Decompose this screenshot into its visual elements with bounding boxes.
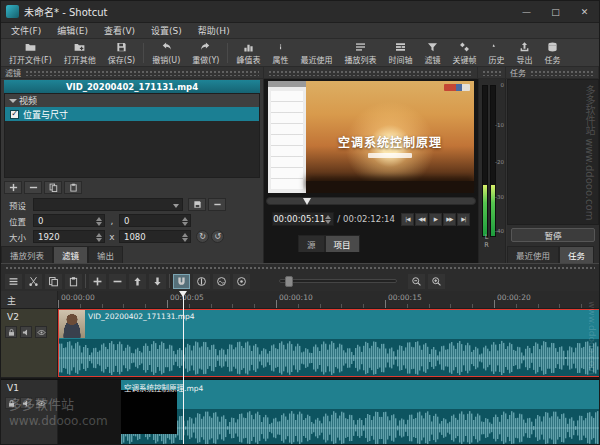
meter-dock-titlebar[interactable]	[478, 67, 506, 79]
spinner-arrows[interactable]	[96, 233, 102, 242]
menu-view[interactable]: 查看(V)	[96, 22, 143, 39]
master-track-label[interactable]: 主	[7, 294, 16, 307]
size-height-field[interactable]: 1080	[119, 230, 191, 243]
track-v1-lock-toggle[interactable]	[5, 397, 17, 409]
tab-filters[interactable]: 滤镜	[53, 246, 88, 263]
close-button[interactable]: ✕	[570, 1, 599, 22]
recent-button[interactable]: 最近使用	[294, 40, 338, 66]
save-preset-button[interactable]	[188, 198, 206, 211]
spinner-arrows[interactable]	[96, 217, 102, 226]
filters-button[interactable]: 滤镜	[418, 40, 446, 66]
track-v1-mute-toggle[interactable]	[20, 397, 32, 409]
filter-checkbox[interactable]: ✓	[10, 110, 19, 119]
zoom-slider-handle[interactable]	[285, 276, 293, 287]
paste-button[interactable]	[65, 274, 82, 289]
tab-recent[interactable]: 最近使用	[507, 246, 559, 263]
position-y-field[interactable]: 0	[119, 214, 191, 227]
redo-button[interactable]: 重做(Y)	[186, 40, 225, 66]
spinner-arrows[interactable]	[325, 215, 331, 224]
clip-v2[interactable]: VID_20200402_171131.mp4	[58, 309, 600, 377]
dock-drag-handle[interactable]	[482, 70, 501, 76]
timeline-button[interactable]: 时间轴	[382, 40, 418, 66]
ripple-delete-button[interactable]	[109, 274, 126, 289]
playhead-marker[interactable]	[179, 291, 187, 297]
filter-group-video[interactable]: 视频	[5, 94, 259, 107]
minimize-button[interactable]: —	[512, 1, 541, 22]
dock-drag-handle[interactable]	[25, 70, 259, 76]
menu-file[interactable]: 文件(F)	[3, 22, 49, 39]
lift-button[interactable]	[129, 274, 146, 289]
track-v1-lane[interactable]: 空调系统控制原理.mp4	[58, 380, 599, 445]
zoom-out-button[interactable]	[408, 274, 425, 289]
open-file-button[interactable]: 打开文件(F)	[3, 40, 58, 66]
menu-help[interactable]: 帮助(H)	[190, 22, 238, 39]
history-button[interactable]: 历史	[482, 40, 510, 66]
add-filter-button[interactable]	[4, 181, 22, 194]
properties-button[interactable]: 属性	[266, 40, 294, 66]
ripple-toggle[interactable]	[213, 274, 230, 289]
play-button[interactable]: ▶	[429, 213, 442, 226]
skip-to-start-button[interactable]: |◀	[401, 213, 414, 226]
tab-source[interactable]: 源	[298, 235, 325, 252]
spinner-arrows[interactable]	[182, 233, 188, 242]
export-button[interactable]: 导出	[510, 40, 538, 66]
refresh-size-button[interactable]: ↻	[196, 230, 209, 243]
jobs-dock-titlebar[interactable]: 任务	[506, 67, 599, 79]
save-button[interactable]: 保存(S)	[102, 40, 141, 66]
overwrite-button[interactable]	[149, 274, 166, 289]
track-v1-header[interactable]: V1	[1, 380, 58, 445]
menu-settings[interactable]: 设置(S)	[143, 22, 190, 39]
track-v2-header[interactable]: V2	[1, 309, 58, 378]
playhead[interactable]	[183, 291, 184, 445]
timeline-menu-button[interactable]	[5, 274, 22, 289]
spinner-arrows[interactable]	[182, 217, 188, 226]
rewind-button[interactable]: ◀◀	[415, 213, 428, 226]
snap-toggle[interactable]	[173, 274, 190, 289]
preset-combobox[interactable]	[33, 198, 183, 211]
filter-item-size-position[interactable]: ✓ 位置与尺寸	[5, 107, 259, 121]
tab-jobs[interactable]: 任务	[559, 246, 594, 263]
playlist-button[interactable]: 播放列表	[338, 40, 382, 66]
pause-jobs-button[interactable]: 暂停	[511, 228, 595, 242]
track-v2-hide-toggle[interactable]	[35, 326, 47, 338]
timeline-ruler[interactable]: 00:00:00 00:00:05 00:00:10 00:00:15 00:0…	[1, 291, 599, 309]
dock-drag-handle[interactable]	[268, 70, 473, 76]
filters-dock-titlebar[interactable]: 滤镜	[1, 67, 264, 79]
size-width-field[interactable]: 1920	[33, 230, 105, 243]
skip-to-end-button[interactable]: ▶|	[457, 213, 470, 226]
copy-button[interactable]	[45, 274, 62, 289]
position-x-field[interactable]: 0	[33, 214, 105, 227]
ripple-all-tracks-toggle[interactable]	[233, 274, 250, 289]
undo-button[interactable]: 撤销(U)	[146, 40, 186, 66]
tab-output[interactable]: 输出	[88, 246, 123, 263]
tab-playlist[interactable]: 播放列表	[1, 246, 53, 263]
reset-size-button[interactable]: ↺	[211, 230, 224, 243]
jobs-button[interactable]: 任务	[538, 40, 566, 66]
seek-playhead[interactable]	[303, 198, 311, 205]
append-button[interactable]	[89, 274, 106, 289]
peak-meter-button[interactable]: 峰值表	[230, 40, 266, 66]
zoom-in-button[interactable]	[428, 274, 445, 289]
dock-drag-handle[interactable]	[530, 70, 594, 76]
current-position-field[interactable]: 00:00:05:11	[272, 212, 334, 226]
preview-dock-titlebar[interactable]	[264, 67, 478, 79]
copy-filter-button[interactable]	[44, 181, 62, 194]
paste-filter-button[interactable]	[64, 181, 82, 194]
tab-project[interactable]: 项目	[325, 235, 360, 252]
clip-v1[interactable]: 空调系统控制原理.mp4	[121, 380, 600, 445]
delete-preset-button[interactable]	[208, 198, 226, 211]
seek-bar[interactable]	[266, 197, 476, 205]
cut-button[interactable]	[25, 274, 42, 289]
scrub-while-dragging-toggle[interactable]	[193, 274, 210, 289]
jobs-list[interactable]	[507, 79, 599, 225]
timeline-zoom-slider[interactable]	[279, 279, 397, 283]
keyframes-button[interactable]: 关键帧	[446, 40, 482, 66]
remove-filter-button[interactable]	[24, 181, 42, 194]
track-v2-lock-toggle[interactable]	[5, 326, 17, 338]
open-other-button[interactable]: 打开其他	[58, 40, 102, 66]
track-v1-hide-toggle[interactable]	[35, 397, 47, 409]
track-v2-mute-toggle[interactable]	[20, 326, 32, 338]
track-v2-lane[interactable]: VID_20200402_171131.mp4	[58, 309, 599, 378]
maximize-button[interactable]: □	[541, 1, 570, 22]
fast-forward-button[interactable]: ▶▶	[443, 213, 456, 226]
